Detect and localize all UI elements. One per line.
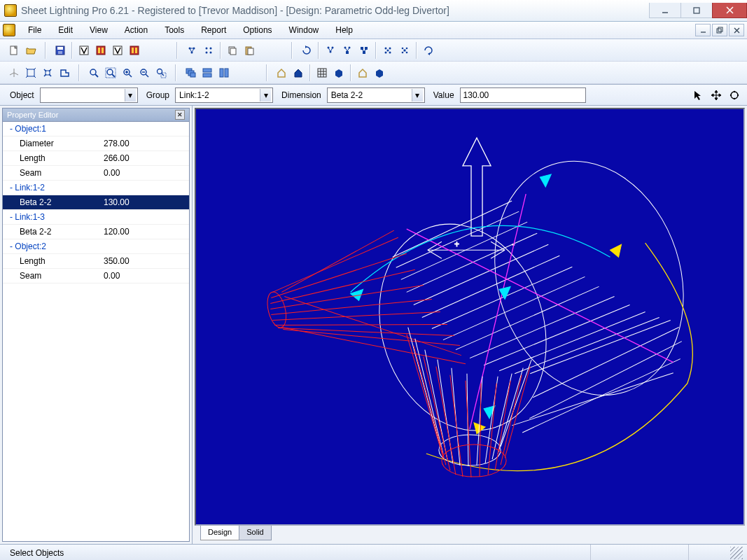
svg-point-21 xyxy=(210,51,212,53)
copy-icon[interactable] xyxy=(224,42,241,59)
mdi-minimize-button[interactable] xyxy=(695,24,711,36)
shape-solid2-icon[interactable] xyxy=(371,64,388,81)
zoom-in-icon[interactable] xyxy=(119,64,136,81)
object-select[interactable]: ▾ xyxy=(40,88,138,103)
property-group[interactable]: - Link:1-3 xyxy=(3,210,189,225)
svg-point-43 xyxy=(406,51,408,53)
axis-icon[interactable] xyxy=(6,64,22,81)
tab-solid[interactable]: Solid xyxy=(239,526,271,540)
property-editor-body: - Object:1Diameter278.00Length266.00Seam… xyxy=(2,122,190,542)
tile-vert-icon[interactable] xyxy=(216,64,232,81)
tab-design[interactable]: Design xyxy=(200,526,239,540)
status-text: Select Objects xyxy=(4,545,590,560)
property-name: Length xyxy=(3,153,101,163)
new-file-icon[interactable] xyxy=(6,42,22,59)
menu-report[interactable]: Report xyxy=(193,23,235,37)
window-maximize-button[interactable] xyxy=(680,3,713,18)
menu-options[interactable]: Options xyxy=(235,23,280,37)
svg-rect-57 xyxy=(203,69,211,72)
link-2-icon[interactable] xyxy=(339,42,356,59)
cluster-1-icon[interactable] xyxy=(379,42,396,59)
save-icon[interactable] xyxy=(52,42,69,59)
link-3-icon[interactable] xyxy=(356,42,372,59)
pan-view-icon[interactable] xyxy=(39,64,56,81)
menu-window[interactable]: Window xyxy=(281,23,328,37)
design-viewport[interactable]: + - xyxy=(195,108,745,526)
property-group[interactable]: - Object:1 xyxy=(3,122,189,136)
home-outline2-icon[interactable] xyxy=(354,64,371,81)
svg-rect-33 xyxy=(365,47,368,50)
menu-view[interactable]: View xyxy=(81,23,116,37)
library-4-icon[interactable] xyxy=(126,42,143,59)
value-input[interactable] xyxy=(460,88,586,103)
library-3-icon[interactable] xyxy=(109,42,126,59)
home-solid-icon[interactable] xyxy=(290,64,307,81)
property-group[interactable]: - Link:1-2 xyxy=(3,181,189,195)
svg-rect-32 xyxy=(361,47,363,50)
zoom-window-icon[interactable] xyxy=(153,64,169,81)
library-1-icon[interactable] xyxy=(76,42,92,59)
group-select[interactable]: Link:1-2 ▾ xyxy=(175,88,273,103)
property-row[interactable]: Diameter278.00 xyxy=(3,136,189,151)
chevron-down-icon: ▾ xyxy=(125,89,136,102)
menu-tools[interactable]: Tools xyxy=(156,23,193,37)
resize-grip-icon[interactable] xyxy=(730,547,743,559)
property-value: 0.00 xyxy=(101,168,189,178)
menubar: File Edit View Action Tools Report Optio… xyxy=(0,22,747,39)
property-value: 350.00 xyxy=(101,256,189,266)
tile-horiz-icon[interactable] xyxy=(199,64,216,81)
property-group[interactable]: - Object:2 xyxy=(3,239,189,254)
dimension-select[interactable]: Beta 2-2 ▾ xyxy=(327,88,425,103)
link-1-icon[interactable] xyxy=(322,42,339,59)
menu-action[interactable]: Action xyxy=(116,23,156,37)
property-row[interactable]: Seam0.00 xyxy=(3,166,189,181)
view-tabs: Design Solid xyxy=(195,526,745,542)
open-file-icon[interactable] xyxy=(22,42,39,59)
zoom-icon[interactable] xyxy=(85,64,102,81)
paste-icon[interactable] xyxy=(241,42,258,59)
property-name: Seam xyxy=(3,168,101,178)
menu-file[interactable]: File xyxy=(20,23,50,37)
property-row[interactable]: Length266.00 xyxy=(3,151,189,166)
orbit-icon[interactable] xyxy=(726,87,743,104)
menu-edit[interactable]: Edit xyxy=(50,23,81,37)
library-2-icon[interactable] xyxy=(92,42,109,59)
zoom-extents-icon[interactable] xyxy=(102,64,119,81)
pointer-icon[interactable] xyxy=(690,87,706,104)
mdi-close-button[interactable] xyxy=(729,24,744,36)
value-label: Value xyxy=(428,90,457,100)
region-icon[interactable] xyxy=(56,64,73,81)
property-row[interactable]: Seam0.00 xyxy=(3,269,189,284)
cascade-icon[interactable] xyxy=(182,64,199,81)
menu-help[interactable]: Help xyxy=(327,23,361,37)
mdi-restore-button[interactable] xyxy=(712,24,727,36)
grid-icon[interactable] xyxy=(314,64,330,81)
svg-point-42 xyxy=(402,51,404,53)
fit-view-icon[interactable] xyxy=(22,64,39,81)
svg-point-64 xyxy=(737,94,739,95)
property-value: 130.00 xyxy=(101,197,189,207)
move-icon[interactable] xyxy=(708,87,725,104)
window-close-button[interactable] xyxy=(712,3,747,18)
svg-rect-5 xyxy=(57,47,63,50)
property-editor-panel: Property Editor ✕ - Object:1Diameter278.… xyxy=(0,106,193,544)
shape-solid-icon[interactable] xyxy=(330,64,347,81)
svg-point-19 xyxy=(210,47,212,49)
zoom-out-icon[interactable] xyxy=(136,64,153,81)
pattern-1-icon[interactable] xyxy=(183,42,200,59)
property-row[interactable]: Length350.00 xyxy=(3,254,189,269)
home-outline-icon[interactable] xyxy=(273,64,290,81)
svg-rect-14 xyxy=(135,48,137,53)
svg-rect-13 xyxy=(132,48,134,53)
property-editor-title: Property Editor xyxy=(7,111,58,119)
pattern-2-icon[interactable] xyxy=(200,42,217,59)
window-minimize-button[interactable] xyxy=(649,3,681,18)
rotate-icon[interactable] xyxy=(298,42,315,59)
property-row[interactable]: Beta 2-2130.00 xyxy=(3,195,189,210)
cluster-2-icon[interactable] xyxy=(396,42,413,59)
property-editor-header: Property Editor ✕ xyxy=(2,108,190,122)
rotate-cw-icon[interactable] xyxy=(420,42,437,59)
property-editor-close-icon[interactable]: ✕ xyxy=(175,110,185,120)
property-row[interactable]: Beta 2-2120.00 xyxy=(3,225,189,239)
svg-point-36 xyxy=(389,47,391,49)
